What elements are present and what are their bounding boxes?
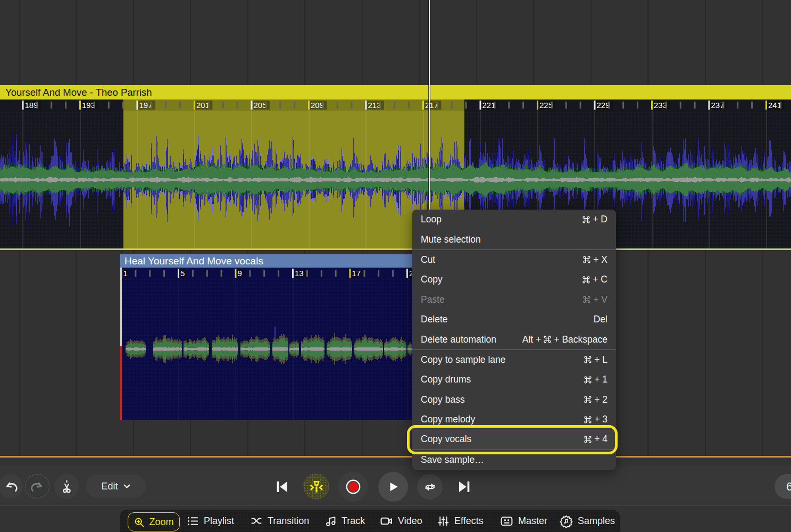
svg-text:9: 9 (238, 269, 242, 278)
svg-text:217: 217 (425, 101, 438, 110)
svg-text:13: 13 (295, 269, 304, 278)
svg-text:205: 205 (254, 101, 267, 110)
svg-text:221: 221 (482, 101, 496, 110)
svg-text:241: 241 (768, 101, 781, 110)
svg-text:5: 5 (180, 269, 185, 278)
svg-text:1: 1 (123, 269, 128, 278)
svg-text:197: 197 (139, 101, 153, 110)
svg-text:233: 233 (654, 101, 667, 110)
svg-text:237: 237 (711, 101, 725, 110)
svg-text:189: 189 (25, 101, 38, 110)
svg-text:201: 201 (196, 101, 210, 110)
svg-text:229: 229 (597, 101, 610, 110)
svg-text:193: 193 (82, 101, 95, 110)
svg-text:213: 213 (368, 101, 381, 110)
svg-text:209: 209 (311, 101, 324, 110)
svg-text:17: 17 (352, 269, 361, 278)
svg-text:225: 225 (539, 101, 553, 110)
